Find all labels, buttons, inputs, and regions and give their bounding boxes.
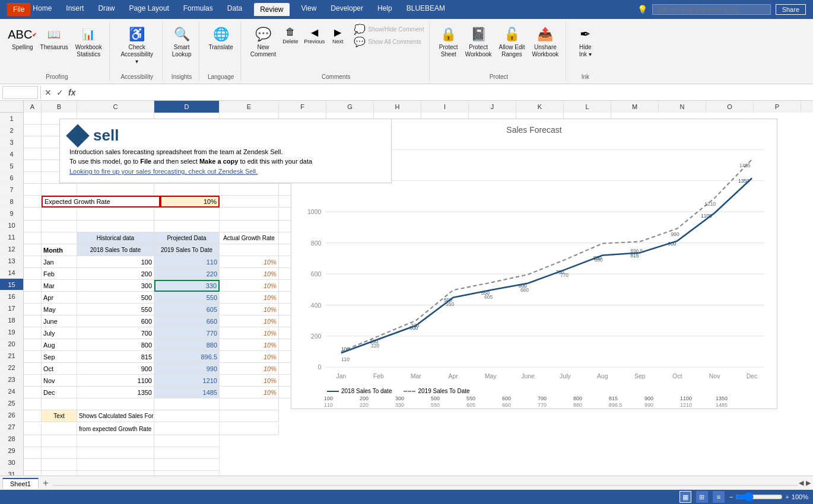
col-header-p[interactable]: P bbox=[754, 101, 801, 113]
sheet-tab-sheet1[interactable]: Sheet1 bbox=[2, 478, 39, 489]
menu-page-layout[interactable]: Page Layout bbox=[126, 3, 171, 16]
row-num-25[interactable]: 25 bbox=[0, 397, 23, 409]
cell-a14[interactable] bbox=[24, 268, 42, 280]
cell-e23[interactable]: 10% bbox=[220, 375, 279, 387]
col-header-b[interactable]: B bbox=[42, 101, 77, 113]
unshare-workbook-button[interactable]: 📤 UnshareWorkbook bbox=[529, 24, 561, 59]
cell-a26[interactable] bbox=[24, 410, 42, 422]
cell-a5[interactable] bbox=[24, 160, 42, 172]
page-break-view-button[interactable]: ≡ bbox=[713, 491, 725, 503]
cell-d17[interactable]: 605 bbox=[154, 304, 220, 315]
row-num-8[interactable]: 8 bbox=[0, 196, 23, 208]
cell-b20-aug[interactable]: Aug bbox=[42, 339, 77, 351]
menu-insert[interactable]: Insert bbox=[63, 3, 86, 16]
col-header-q[interactable]: Q bbox=[801, 101, 813, 113]
row-num-11[interactable]: 11 bbox=[0, 231, 23, 243]
next-button[interactable]: ▶ Next bbox=[329, 24, 347, 46]
cell-a11[interactable] bbox=[24, 232, 42, 244]
cell-a10[interactable] bbox=[24, 221, 42, 232]
row-num-20[interactable]: 20 bbox=[0, 338, 23, 350]
row-num-14[interactable]: 14 bbox=[0, 267, 23, 279]
cell-d20[interactable]: 880 bbox=[154, 339, 220, 351]
cell-reference[interactable]: D15 bbox=[2, 86, 38, 99]
cell-c20[interactable]: 800 bbox=[77, 339, 154, 351]
cell-c30[interactable] bbox=[77, 459, 154, 471]
cell-d28[interactable] bbox=[154, 435, 220, 447]
add-sheet-button[interactable]: + bbox=[40, 477, 52, 489]
cell-c29[interactable] bbox=[77, 447, 154, 459]
cell-b25[interactable] bbox=[42, 398, 77, 410]
zoom-in-button[interactable]: + bbox=[785, 493, 789, 500]
cell-d11-projected[interactable]: Projected Data bbox=[154, 232, 220, 244]
cell-b17-may[interactable]: May bbox=[42, 304, 77, 315]
row-num-19[interactable]: 19 bbox=[0, 326, 23, 338]
cell-a29[interactable] bbox=[24, 447, 42, 459]
cell-b11[interactable] bbox=[42, 232, 77, 244]
cell-b12-month[interactable]: Month bbox=[42, 244, 77, 256]
cell-b16-apr[interactable]: Apr bbox=[42, 292, 77, 304]
col-header-d[interactable]: D bbox=[154, 101, 220, 113]
row-num-13[interactable]: 13 bbox=[0, 255, 23, 267]
formula-input[interactable]: =(C15/B15)-1 bbox=[79, 86, 811, 99]
cell-d19[interactable]: 770 bbox=[154, 327, 220, 339]
cell-d23[interactable]: 1210 bbox=[154, 375, 220, 387]
cell-a23[interactable] bbox=[24, 375, 42, 387]
cell-a16[interactable] bbox=[24, 292, 42, 304]
row-num-31[interactable]: 31 bbox=[0, 468, 23, 476]
cell-e17[interactable]: 10% bbox=[220, 304, 279, 315]
menu-review[interactable]: Review bbox=[254, 3, 289, 16]
cell-b29[interactable] bbox=[42, 447, 77, 459]
menu-bluebeam[interactable]: BLUEBEAM bbox=[404, 3, 447, 16]
cell-e11-actual[interactable]: Actual Growth Rate bbox=[220, 232, 279, 244]
row-num-21[interactable]: 21 bbox=[0, 350, 23, 362]
menu-developer[interactable]: Developer bbox=[328, 3, 366, 16]
cell-a3[interactable] bbox=[24, 136, 42, 148]
col-header-i[interactable]: I bbox=[421, 101, 469, 113]
page-layout-view-button[interactable]: ⊞ bbox=[696, 491, 708, 503]
cell-a21[interactable] bbox=[24, 351, 42, 363]
formula-confirm-icon[interactable]: ✓ bbox=[55, 87, 65, 98]
cell-b13-jan[interactable]: Jan bbox=[42, 256, 77, 268]
cell-a30[interactable] bbox=[24, 459, 42, 471]
share-button[interactable]: Share bbox=[776, 4, 806, 15]
col-header-k[interactable]: K bbox=[516, 101, 564, 113]
cell-d7[interactable] bbox=[154, 184, 220, 196]
cell-d29[interactable] bbox=[154, 447, 220, 459]
cell-a12[interactable] bbox=[24, 244, 42, 256]
cell-c7[interactable] bbox=[77, 184, 154, 196]
cell-d22[interactable]: 990 bbox=[154, 363, 220, 375]
cell-b15-mar[interactable]: Mar bbox=[42, 280, 77, 292]
row-num-18[interactable]: 18 bbox=[0, 314, 23, 326]
cell-a31[interactable] bbox=[24, 471, 42, 476]
cell-a1[interactable] bbox=[24, 113, 42, 125]
cell-b23-nov[interactable]: Nov bbox=[42, 375, 77, 387]
cell-b26-text[interactable]: Text bbox=[42, 410, 77, 422]
cell-e15[interactable]: 10% bbox=[220, 280, 279, 292]
hide-ink-button[interactable]: ✒ HideInk ▾ bbox=[573, 24, 597, 59]
thesaurus-button[interactable]: 📖 Thesaurus bbox=[38, 24, 71, 52]
cell-d15-selected[interactable]: 330 bbox=[154, 280, 220, 292]
new-comment-button[interactable]: 💬 NewComment bbox=[248, 24, 278, 59]
cell-c24[interactable]: 1350 bbox=[77, 387, 154, 398]
cell-d30[interactable] bbox=[154, 459, 220, 471]
cell-b28[interactable] bbox=[42, 435, 77, 447]
cell-d13[interactable]: 110 bbox=[154, 256, 220, 268]
cell-b10[interactable] bbox=[42, 221, 77, 232]
row-num-1[interactable]: 1 bbox=[0, 113, 23, 125]
cell-b27[interactable] bbox=[42, 423, 77, 435]
cell-e16[interactable]: 10% bbox=[220, 292, 279, 304]
cell-c16[interactable]: 500 bbox=[77, 292, 154, 304]
cell-d10[interactable] bbox=[154, 221, 220, 232]
menu-view[interactable]: View bbox=[299, 3, 319, 16]
col-header-f[interactable]: F bbox=[279, 101, 326, 113]
cell-e25[interactable] bbox=[220, 398, 279, 410]
cell-a13[interactable] bbox=[24, 256, 42, 268]
menu-home[interactable]: Home bbox=[30, 3, 54, 16]
cell-c18[interactable]: 600 bbox=[77, 315, 154, 327]
cell-b19-july[interactable]: July bbox=[42, 327, 77, 339]
menu-draw[interactable]: Draw bbox=[96, 3, 117, 16]
menu-help[interactable]: Help bbox=[375, 3, 395, 16]
cell-c14[interactable]: 200 bbox=[77, 268, 154, 280]
cell-b30[interactable] bbox=[42, 459, 77, 471]
cell-b31[interactable] bbox=[42, 471, 77, 476]
